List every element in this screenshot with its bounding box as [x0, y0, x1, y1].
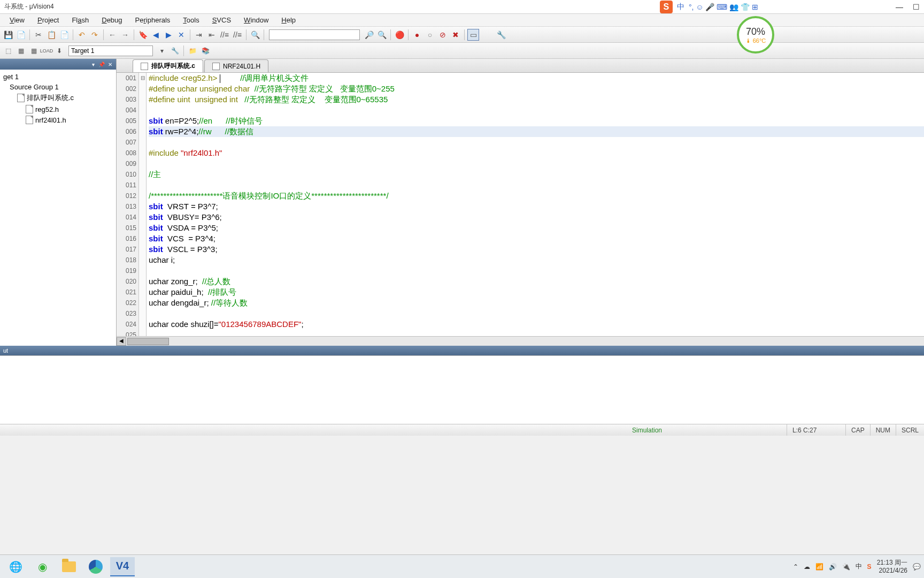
- nav-forward-icon[interactable]: →: [119, 29, 131, 41]
- window-title: 斗系统 - μVision4: [4, 2, 54, 11]
- target-selector[interactable]: Target 1: [68, 45, 153, 56]
- tree-file[interactable]: reg52.h: [2, 104, 114, 115]
- bookmark-icon[interactable]: 🔖: [137, 29, 149, 41]
- scroll-left-icon[interactable]: ◀: [117, 337, 126, 346]
- books-icon[interactable]: 📚: [199, 45, 211, 57]
- breakpoint-disable-icon[interactable]: ⊘: [437, 29, 449, 41]
- taskbar-360-icon[interactable]: ◉: [30, 557, 55, 576]
- batch-build-icon[interactable]: LOAD: [41, 45, 52, 57]
- tree-file[interactable]: 排队呼叫系统.c: [2, 92, 114, 104]
- horizontal-scrollbar[interactable]: ◀: [117, 336, 924, 346]
- minimize-button[interactable]: —: [896, 3, 903, 11]
- tree-source-group[interactable]: Source Group 1: [2, 82, 114, 92]
- panel-close-icon[interactable]: ✕: [106, 62, 114, 67]
- maximize-button[interactable]: ☐: [913, 3, 920, 11]
- taskbar-edge-icon[interactable]: [83, 557, 108, 576]
- windows-taskbar: 🌐 ◉ V4 ⌃ ☁ 📶 🔊 🔌 中 S 21:13 周一 2021/4/26 …: [0, 554, 924, 578]
- ime-zhong[interactable]: 中: [677, 2, 684, 12]
- cpu-widget[interactable]: 70% 🌡 66°C: [737, 16, 774, 54]
- tray-notifications-icon[interactable]: 💬: [913, 563, 921, 571]
- separator: [264, 29, 264, 40]
- taskbar-explorer-icon[interactable]: [57, 557, 81, 576]
- incremental-find-icon[interactable]: 🔍: [376, 29, 388, 41]
- options-icon[interactable]: 🔧: [169, 45, 181, 57]
- uncomment-icon[interactable]: //≡: [232, 29, 243, 41]
- project-tree[interactable]: get 1 Source Group 1 排队呼叫系统.c reg52.h nr…: [0, 70, 116, 127]
- cut-icon[interactable]: ✂: [33, 29, 44, 41]
- menu-project[interactable]: Project: [32, 15, 64, 25]
- target-dropdown-icon[interactable]: ▾: [156, 45, 168, 57]
- menu-help[interactable]: Help: [276, 15, 301, 25]
- bookmark-clear-icon[interactable]: ✕: [175, 29, 187, 41]
- ime-icons[interactable]: °, ☺ 🎤 ⌨ 👥 👕 ⊞: [689, 3, 758, 11]
- tray-battery-icon[interactable]: 🔌: [842, 563, 850, 571]
- download-icon[interactable]: ⬇: [53, 45, 65, 57]
- tray-lang-icon[interactable]: 中: [856, 562, 862, 571]
- comment-icon[interactable]: //≡: [219, 29, 230, 41]
- configure-icon[interactable]: 🔧: [495, 29, 507, 41]
- nav-back-icon[interactable]: ←: [106, 29, 118, 41]
- rebuild-icon[interactable]: ▦: [28, 45, 40, 57]
- outdent-icon[interactable]: ⇤: [206, 29, 218, 41]
- tray-wifi-icon[interactable]: 📶: [815, 563, 823, 571]
- sogou-icon[interactable]: S: [660, 1, 673, 13]
- separator: [103, 29, 104, 40]
- undo-icon[interactable]: ↶: [76, 29, 88, 41]
- project-panel-header: ▾ 📌 ✕: [0, 59, 116, 70]
- main-area: ▾ 📌 ✕ get 1 Source Group 1 排队呼叫系统.c reg5…: [0, 59, 924, 346]
- tray-volume-icon[interactable]: 🔊: [829, 563, 837, 571]
- tab-file2[interactable]: NRF24L01.H: [204, 59, 268, 72]
- tray-chevron-icon[interactable]: ⌃: [793, 563, 798, 571]
- separator: [190, 29, 190, 40]
- bookmark-next-icon[interactable]: ▶: [163, 29, 174, 41]
- tab-file1[interactable]: 排队呼叫系统.c: [133, 59, 203, 72]
- tree-file[interactable]: nrf24l01.h: [2, 115, 114, 125]
- window-controls: — ☐: [896, 0, 920, 14]
- menu-tools[interactable]: Tools: [178, 15, 204, 25]
- system-tray[interactable]: ⌃ ☁ 📶 🔊 🔌 中 S 21:13 周一 2021/4/26 💬: [793, 559, 921, 574]
- tray-sogou-icon[interactable]: S: [867, 563, 872, 571]
- window-layout-icon[interactable]: ▭: [467, 29, 479, 41]
- save-icon[interactable]: 💾: [2, 29, 14, 41]
- code-content[interactable]: #include <reg52.h> //调用单片机头文件 #define uc…: [147, 73, 924, 336]
- cpu-percent: 70%: [746, 26, 765, 37]
- taskbar-browser-icon[interactable]: 🌐: [3, 557, 28, 576]
- manage-icon[interactable]: 📁: [187, 45, 198, 57]
- menu-flash[interactable]: Flash: [66, 15, 94, 25]
- menu-window[interactable]: Window: [238, 15, 274, 25]
- taskbar-uvision-icon[interactable]: V4: [110, 557, 135, 576]
- build-icon[interactable]: ▦: [15, 45, 27, 57]
- menu-svcs[interactable]: SVCS: [207, 15, 236, 25]
- output-panel[interactable]: [0, 355, 924, 424]
- tree-target[interactable]: get 1: [2, 72, 114, 82]
- menu-view[interactable]: View: [4, 15, 30, 25]
- layout-combo[interactable]: [482, 29, 492, 40]
- save-all-icon[interactable]: 📄: [15, 29, 27, 41]
- bookmark-prev-icon[interactable]: ◀: [150, 29, 161, 41]
- panel-pin-icon[interactable]: 📌: [98, 62, 105, 67]
- ime-toolbar[interactable]: S 中 °, ☺ 🎤 ⌨ 👥 👕 ⊞: [660, 0, 758, 14]
- menu-peripherals[interactable]: Peripherals: [130, 15, 176, 25]
- indent-icon[interactable]: ⇥: [193, 29, 205, 41]
- tray-clock[interactable]: 21:13 周一 2021/4/26: [877, 559, 907, 574]
- output-panel-header[interactable]: ut: [0, 346, 924, 355]
- panel-dropdown-icon[interactable]: ▾: [89, 62, 97, 67]
- copy-icon[interactable]: 📋: [45, 29, 57, 41]
- find-in-files-icon[interactable]: 🔎: [363, 29, 375, 41]
- breakpoint-kill-icon[interactable]: ✖: [450, 29, 461, 41]
- tray-cloud-icon[interactable]: ☁: [804, 563, 810, 571]
- find-icon[interactable]: 🔍: [249, 29, 261, 41]
- redo-icon[interactable]: ↷: [89, 29, 101, 41]
- breakpoint-enable-icon[interactable]: ○: [424, 29, 436, 41]
- scroll-thumb[interactable]: [127, 338, 169, 345]
- debug-icon[interactable]: 🔴: [394, 29, 405, 41]
- translate-icon[interactable]: ⬚: [2, 45, 14, 57]
- paste-icon[interactable]: 📄: [58, 29, 70, 41]
- breakpoint-insert-icon[interactable]: ●: [411, 29, 423, 41]
- tab-label: NRF24L01.H: [223, 63, 260, 70]
- code-editor[interactable]: 001002 003004 005006 007008 009010 01101…: [117, 73, 924, 336]
- find-combo[interactable]: [269, 29, 360, 40]
- fold-column[interactable]: ⊟: [139, 73, 147, 336]
- menu-debug[interactable]: Debug: [96, 15, 127, 25]
- build-toolbar: ⬚ ▦ ▦ LOAD ⬇ Target 1 ▾ 🔧 📁 📚: [0, 43, 924, 59]
